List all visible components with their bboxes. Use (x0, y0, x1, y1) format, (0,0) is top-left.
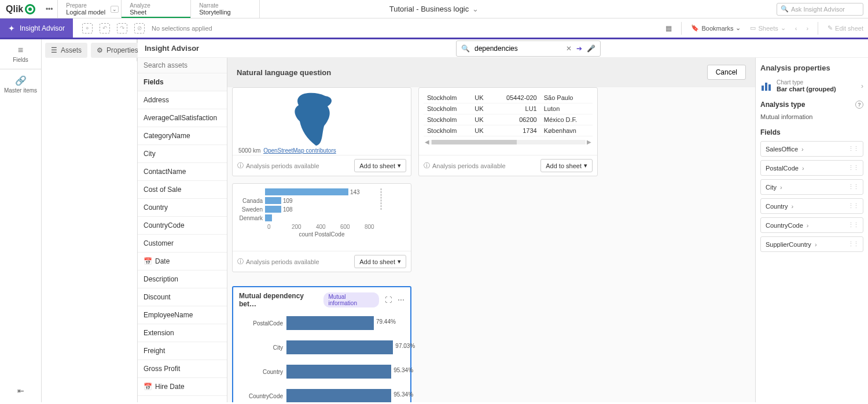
caret-down-icon[interactable]: ⌄ (111, 6, 119, 13)
search-bar[interactable]: 🔍 ✕ ➔ 🎤 (456, 40, 601, 57)
next-sheet-button[interactable]: › (801, 18, 813, 38)
grid-icon[interactable]: ▦ (661, 24, 676, 32)
scroll-left-icon[interactable]: ◀ (424, 139, 431, 145)
drag-handle-icon[interactable]: ⋮⋮ (848, 202, 858, 210)
search-icon: 🔍 (781, 5, 789, 13)
property-field[interactable]: CountryCode›⋮⋮ (760, 217, 863, 233)
svg-rect-0 (762, 86, 764, 91)
bar-track: 95.34% (286, 364, 404, 380)
add-to-sheet-button[interactable]: Add to sheet▾ (354, 255, 406, 268)
axis-tick: 600 (340, 224, 365, 230)
field-item[interactable]: Cost of Sale (138, 181, 227, 199)
sheets-button[interactable]: ▭ Sheets ⌄ (745, 18, 790, 38)
field-item[interactable]: ContactName (138, 163, 227, 181)
step-back-icon[interactable]: ↶ (100, 23, 110, 34)
field-item[interactable]: 📅Date (138, 253, 227, 270)
menu-narrate[interactable]: Narrate Storytelling (190, 0, 260, 18)
bookmarks-label: Bookmarks (701, 25, 733, 32)
field-item[interactable]: City (138, 145, 227, 163)
field-name: Country (766, 203, 788, 210)
field-item[interactable]: AverageCallSatisfaction (138, 109, 227, 127)
drag-handle-icon[interactable]: ⋮⋮ (848, 145, 858, 153)
property-field[interactable]: SupplierCountry›⋮⋮ (760, 236, 863, 252)
search-input[interactable] (475, 45, 561, 53)
field-item[interactable]: Freight (138, 342, 227, 360)
menu-analyze[interactable]: Analyze Sheet (121, 0, 190, 18)
tool-master-items[interactable]: 🔗 Master items (0, 69, 41, 99)
field-label: Cost of Sale (144, 186, 181, 194)
collapse-icon[interactable]: ⇤ (10, 379, 31, 402)
app-title[interactable]: Tutorial - Business logic ⌄ (389, 5, 479, 13)
table-row[interactable]: StockholmUK1734København (424, 125, 593, 136)
bookmarks-button[interactable]: 🔖 Bookmarks ⌄ (686, 18, 745, 38)
card-mutual-dependency[interactable]: Mutual dependency bet… Mutual informatio… (232, 286, 411, 402)
field-label: EmployeeName (144, 311, 193, 319)
tab-assets[interactable]: ☰ Assets (45, 43, 87, 58)
drag-handle-icon[interactable]: ⋮⋮ (848, 221, 858, 229)
drag-handle-icon[interactable]: ⋮⋮ (848, 240, 858, 248)
field-item[interactable]: Discount (138, 288, 227, 306)
clear-selections-icon[interactable]: ⊘ (134, 23, 145, 34)
table-cell: Stockholm (424, 103, 471, 114)
map-credit[interactable]: OpenStreetMap contributors (263, 147, 336, 154)
property-field[interactable]: SalesOffice›⋮⋮ (760, 141, 863, 157)
field-item[interactable]: CountryCode (138, 217, 227, 235)
add-to-sheet-button[interactable]: Add to sheet▾ (540, 159, 593, 172)
global-search-placeholder: Ask Insight Advisor (791, 6, 845, 13)
edit-sheet-button[interactable]: ✎ Edit sheet (823, 18, 868, 38)
field-item[interactable]: Gross Profit (138, 360, 227, 378)
tab-properties[interactable]: ⚙ Properties (91, 43, 144, 58)
content: ≡ Fields 🔗 Master items ⇤ ☰ Assets ⚙ Pro… (0, 39, 868, 402)
chart-type-row[interactable]: Chart type Bar chart (grouped) › (760, 79, 863, 92)
chevron-down-icon: ⌄ (735, 24, 741, 32)
field-item[interactable]: Description (138, 270, 227, 288)
horizontal-scrollbar[interactable]: ◀ ▶ (424, 139, 593, 145)
prev-sheet-button[interactable]: ‹ (790, 18, 802, 38)
bookmark-icon: 🔖 (691, 24, 699, 32)
field-item[interactable]: Extension (138, 324, 227, 342)
menu-prepare[interactable]: Prepare Logical model ⌄ (57, 0, 121, 18)
field-item[interactable]: Customer (138, 235, 227, 253)
scroll-thumb[interactable] (432, 140, 517, 144)
add-to-sheet-button[interactable]: Add to sheet▾ (354, 159, 406, 172)
clear-icon[interactable]: ✕ (566, 45, 572, 53)
fields-list[interactable]: AddressAverageCallSatisfactionCategoryNa… (138, 91, 227, 402)
fields-search-input[interactable] (138, 58, 227, 73)
table-cell: Stockholm (424, 114, 471, 125)
table-row[interactable]: StockholmUK06200México D.F. (424, 114, 593, 125)
periods-info: ⓘAnalysis periods available (424, 161, 506, 170)
field-item[interactable]: Country (138, 199, 227, 217)
sheets-icon: ▭ (750, 24, 756, 32)
property-field[interactable]: PostalCode›⋮⋮ (760, 160, 863, 176)
scroll-right-icon[interactable]: ▶ (586, 139, 593, 145)
step-forward-icon[interactable]: ↷ (117, 23, 127, 34)
fields-list: SalesOffice›⋮⋮PostalCode›⋮⋮City›⋮⋮Countr… (760, 141, 863, 252)
drag-handle-icon[interactable]: ⋮⋮ (848, 164, 858, 172)
periods-info: ⓘAnalysis periods available (237, 257, 319, 266)
analysis-type-heading: Analysis type ? (760, 101, 863, 109)
submit-arrow-icon[interactable]: ➔ (576, 45, 582, 53)
more-icon[interactable]: ••• (41, 5, 57, 13)
scroll-track[interactable] (431, 140, 586, 144)
table-row[interactable]: StockholmUKLU1Luton (424, 103, 593, 114)
cancel-button[interactable]: Cancel (707, 65, 746, 80)
global-search[interactable]: 🔍 Ask Insight Advisor (777, 3, 863, 16)
field-item[interactable]: 📅Hire Date (138, 378, 227, 396)
field-label: Customer (144, 239, 174, 247)
help-icon[interactable]: ? (855, 101, 863, 109)
field-item[interactable]: CategoryName (138, 127, 227, 145)
selection-tool-icon[interactable]: ⌖ (82, 23, 93, 34)
insight-advisor-button[interactable]: ✦ Insight Advisor (0, 18, 73, 38)
drag-handle-icon[interactable]: ⋮⋮ (848, 183, 858, 191)
expand-icon[interactable]: ⛶ (385, 296, 392, 304)
more-icon[interactable]: ⋯ (398, 296, 404, 304)
tool-fields[interactable]: ≡ Fields (0, 39, 41, 69)
field-item[interactable]: Address (138, 91, 227, 109)
property-field[interactable]: Country›⋮⋮ (760, 198, 863, 214)
table-row[interactable]: StockholmUK05442-020São Paulo (424, 92, 593, 103)
field-item[interactable]: EmployeeName (138, 306, 227, 324)
mic-icon[interactable]: 🎤 (587, 45, 595, 53)
periods-info: ⓘAnalysis periods available (237, 161, 319, 170)
property-field[interactable]: City›⋮⋮ (760, 179, 863, 195)
menu-narrate-value: Storytelling (199, 9, 251, 16)
